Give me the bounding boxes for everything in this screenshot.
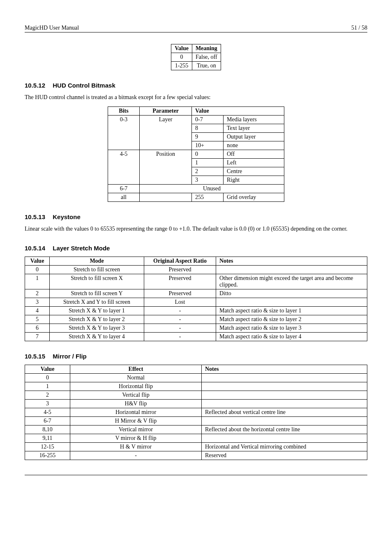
cell-subvalue: 0-7 [192,115,224,124]
col-value: Value [25,365,70,373]
stretch-mode-table: Value Mode Original Aspect Ratio Notes 0… [25,257,367,341]
table-row: 4Stretch X & Y to layer 1-Match aspect r… [25,306,367,315]
cell-mode: Stretch to fill screen X [50,274,144,289]
section-intro: The HUD control channel is treated as a … [25,94,367,102]
header-left: MagicHD User Manual [25,25,79,31]
cell-value: 3 [25,298,50,306]
cell-notes [202,416,367,425]
cell-ratio: - [144,324,216,332]
cell-notes [216,265,367,274]
header-right: 51 / 58 [351,25,367,31]
table-row: 0Normal [25,373,367,382]
section-number: 10.5.12 [25,82,45,89]
cell-notes: Match aspect ratio & size to layer 2 [216,315,367,324]
cell-unused: Unused [140,184,284,193]
col-value: Value [192,106,284,115]
table-row: 6-7H Mirror & V flip [25,416,367,425]
cell-desc: Text layer [224,124,284,132]
cell-ratio: Lost [144,298,216,306]
section-heading-stretch: 10.5.14 Layer Stretch Mode [25,245,367,252]
table-row: 3H&V flip [25,399,367,408]
table-row: 3Stretch X and Y to fill screenLost [25,298,367,306]
cell-mode: Stretch X & Y to layer 4 [50,332,144,341]
footer-rule [25,475,367,475]
cell-value: 0 [25,373,70,382]
col-parameter: Parameter [140,106,192,115]
cell-mode: Stretch X & Y to layer 2 [50,315,144,324]
cell-notes: Match aspect ratio & size to layer 1 [216,306,367,315]
cell-value: 1 [25,382,70,391]
cell-mode: Stretch X and Y to fill screen [50,298,144,306]
cell-value: 9,11 [25,434,70,442]
cell-value: 7 [25,332,50,341]
cell-subvalue: 1 [192,158,224,167]
cell-subvalue: 2 [192,167,224,176]
cell-notes [202,382,367,391]
cell-param [140,193,192,201]
col-notes: Notes [216,257,367,265]
cell-value: 6-7 [25,416,70,425]
section-title: Mirror / Flip [53,353,87,360]
cell-effect: - [70,451,202,460]
table-row: 4-5Horizontal mirrorReflected about vert… [25,408,367,416]
cell-notes [202,391,367,399]
col-bits: Bits [108,106,140,115]
cell-param: Layer [140,115,192,150]
cell-notes: Horizontal and Vertical mirroring combin… [202,442,367,451]
col-mode: Mode [50,257,144,265]
cell-meaning: True, on [192,62,221,70]
table-row: 4-5 Position 0 Off [108,150,284,158]
cell-value: 12-15 [25,442,70,451]
cell-effect: Vertical flip [70,391,202,399]
cell-param: Position [140,150,192,184]
cell-ratio: Preserved [144,265,216,274]
cell-value: 4-5 [25,408,70,416]
value-meaning-table: Value Meaning 0 False, off 1-255 True, o… [171,44,221,70]
cell-bits: 6-7 [108,184,140,193]
table-row: 1Horizontal flip [25,382,367,391]
page-header: MagicHD User Manual 51 / 58 [25,25,367,32]
section-title: Keystone [53,213,81,220]
cell-ratio: - [144,332,216,341]
cell-value: 0 [25,265,50,274]
col-effect: Effect [70,365,202,373]
section-title: Layer Stretch Mode [53,245,110,252]
cell-effect: Normal [70,373,202,382]
col-value: Value [25,257,50,265]
cell-notes: Match aspect ratio & size to layer 3 [216,324,367,332]
cell-bits: all [108,193,140,201]
col-meaning: Meaning [192,44,221,53]
cell-bits: 4-5 [108,150,140,184]
cell-value: 2 [25,391,70,399]
cell-effect: Vertical mirror [70,425,202,434]
table-row: 12-15H & V mirrorHorizontal and Vertical… [25,442,367,451]
cell-desc: Grid overlay [224,193,284,201]
cell-ratio: Preserved [144,289,216,298]
cell-mode: Stretch to fill screen [50,265,144,274]
cell-effect: H Mirror & V flip [70,416,202,425]
table-row: 6Stretch X & Y to layer 3-Match aspect r… [25,324,367,332]
col-value: Value [171,44,192,53]
cell-subvalue: 255 [192,193,224,201]
table-row: 1Stretch to fill screen XPreservedOther … [25,274,367,289]
cell-ratio: - [144,315,216,324]
cell-desc: Left [224,158,284,167]
cell-subvalue: 8 [192,124,224,132]
cell-ratio: - [144,306,216,315]
cell-value: 16-255 [25,451,70,460]
table-row: 7Stretch X & Y to layer 4-Match aspect r… [25,332,367,341]
table-row: 0Stretch to fill screenPreserved [25,265,367,274]
table-row: 0-3 Layer 0-7 Media layers [108,115,284,124]
cell-value: 3 [25,399,70,408]
table-header-row: Value Effect Notes [25,365,367,373]
table-row: 2Vertical flip [25,391,367,399]
cell-value: 1-255 [171,62,192,70]
cell-ratio: Preserved [144,274,216,289]
cell-subvalue: 9 [192,132,224,141]
cell-desc: Centre [224,167,284,176]
cell-effect: H & V mirror [70,442,202,451]
section-number: 10.5.14 [25,245,45,252]
cell-desc: Media layers [224,115,284,124]
hud-bitmask-table: Bits Parameter Value 0-3 Layer 0-7 Media… [108,106,284,202]
table-header-row: Value Mode Original Aspect Ratio Notes [25,257,367,265]
